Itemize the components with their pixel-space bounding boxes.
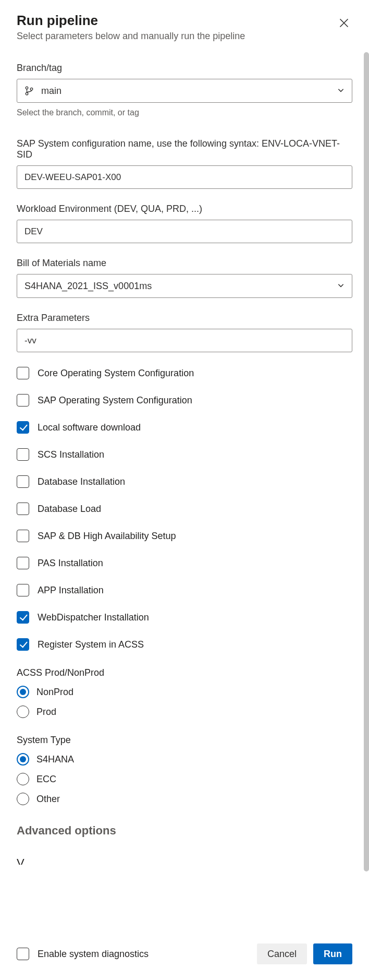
close-button[interactable] <box>336 15 352 33</box>
acss-radio-1[interactable] <box>17 706 29 718</box>
system-type-radio-label-1: ECC <box>36 774 56 785</box>
checkbox-label-4: Database Installation <box>38 476 125 487</box>
system-type-radio-label-2: Other <box>36 794 60 805</box>
checkbox-label-6: SAP & DB High Availability Setup <box>38 531 176 542</box>
svg-point-0 <box>26 87 28 89</box>
checkbox-label-5: Database Load <box>38 504 101 515</box>
system-type-radio-label-0: S4HANA <box>36 754 74 765</box>
system-type-radio-0[interactable] <box>17 753 29 766</box>
bom-dropdown[interactable]: S4HANA_2021_ISS_v0001ms <box>17 274 352 298</box>
branch-dropdown[interactable]: main <box>17 79 352 103</box>
system-type-group-label: System Type <box>17 735 352 746</box>
checkbox-label-1: SAP Operating System Configuration <box>38 395 192 406</box>
truncated-section: V <box>17 856 352 865</box>
checkbox-label-2: Local software download <box>38 422 141 433</box>
checkbox-label-9: WebDispatcher Installation <box>38 612 149 623</box>
cancel-button[interactable]: Cancel <box>257 943 307 964</box>
checkbox-4[interactable] <box>17 475 29 488</box>
workload-env-input[interactable] <box>17 220 352 243</box>
bom-value: S4HANA_2021_ISS_v0001ms <box>24 281 152 292</box>
sap-config-input[interactable] <box>17 165 352 189</box>
chevron-down-icon <box>337 86 345 97</box>
advanced-options-heading[interactable]: Advanced options <box>17 824 352 838</box>
close-icon <box>339 22 349 30</box>
checkbox-10[interactable] <box>17 638 29 651</box>
checkbox-label-10: Register System in ACSS <box>38 639 144 650</box>
svg-point-2 <box>30 88 33 90</box>
acss-radio-0[interactable] <box>17 686 29 698</box>
checkbox-0[interactable] <box>17 367 29 379</box>
checkbox-5[interactable] <box>17 503 29 515</box>
checkbox-3[interactable] <box>17 448 29 461</box>
bom-label: Bill of Materials name <box>17 258 352 269</box>
checkbox-6[interactable] <box>17 530 29 542</box>
branch-helper: Select the branch, commit, or tag <box>17 108 352 117</box>
checkbox-9[interactable] <box>17 611 29 624</box>
checkbox-label-7: PAS Installation <box>38 558 103 569</box>
branch-value: main <box>41 86 62 97</box>
workload-env-label: Workload Environment (DEV, QUA, PRD, ...… <box>17 204 352 214</box>
diagnostics-checkbox[interactable] <box>17 948 29 960</box>
extra-params-input[interactable] <box>17 329 352 352</box>
checkbox-label-8: APP Installation <box>38 585 104 596</box>
system-type-radio-2[interactable] <box>17 793 29 805</box>
checkbox-label-0: Core Operating System Configuration <box>38 368 194 379</box>
checkbox-8[interactable] <box>17 584 29 596</box>
diagnostics-label: Enable system diagnostics <box>38 949 149 960</box>
extra-params-label: Extra Parameters <box>17 313 352 324</box>
branch-label: Branch/tag <box>17 63 352 74</box>
checkbox-7[interactable] <box>17 557 29 569</box>
acss-radio-label-0: NonProd <box>36 687 73 698</box>
system-type-option-0[interactable]: S4HANA <box>17 753 352 766</box>
system-type-option-2[interactable]: Other <box>17 793 352 805</box>
page-title: Run pipeline <box>17 13 245 29</box>
acss-group-label: ACSS Prod/NonProd <box>17 667 352 678</box>
checkbox-label-3: SCS Installation <box>38 449 104 460</box>
acss-option-1[interactable]: Prod <box>17 706 352 718</box>
sap-config-label: SAP System configuration name, use the f… <box>17 138 352 160</box>
checkbox-2[interactable] <box>17 421 29 434</box>
acss-option-0[interactable]: NonProd <box>17 686 352 698</box>
footer: Enable system diagnostics Cancel Run <box>0 928 369 980</box>
acss-radio-label-1: Prod <box>36 707 56 718</box>
system-type-radio-1[interactable] <box>17 773 29 785</box>
chevron-down-icon <box>337 281 345 292</box>
scrollbar[interactable] <box>364 52 369 871</box>
branch-icon <box>24 86 34 95</box>
checkbox-1[interactable] <box>17 394 29 407</box>
system-type-option-1[interactable]: ECC <box>17 773 352 785</box>
page-subtitle: Select parameters below and manually run… <box>17 31 245 42</box>
svg-point-1 <box>26 92 28 95</box>
run-button[interactable]: Run <box>313 943 352 964</box>
